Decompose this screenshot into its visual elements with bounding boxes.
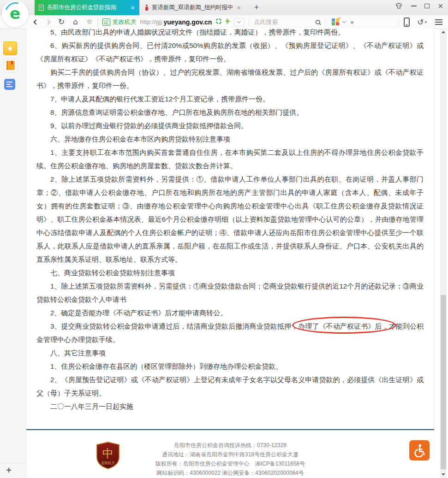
- circled-text: 办理了《不动产权证书》后，: [298, 322, 388, 330]
- undo-icon[interactable]: ↺: [417, 18, 424, 27]
- hotline-line: 岳阳市住房公积金咨询投诉热线：0730-12329: [26, 441, 434, 450]
- chevron-down-icon: [237, 19, 241, 23]
- recycle-icon[interactable]: [215, 18, 222, 26]
- section-heading: 八、其它注意事项: [36, 346, 424, 360]
- site-code-line: 网站标识码：4306000022 湘公网安备：43060202000064号: [26, 468, 434, 478]
- paragraph: 1、除上述第五项贷款所需资料外，另需提供：①商业贷款借款合同；②商业贷款银行提供…: [36, 279, 424, 306]
- paragraph: 9、以前办理过商业银行贷款的必须提供商业贷款抵押借款合同。: [36, 119, 424, 132]
- badge-emblem: 中: [102, 447, 113, 460]
- refresh-icon[interactable]: ↻: [58, 18, 65, 26]
- notes-document-button[interactable]: [4, 79, 15, 90]
- scroll-up-arrow[interactable]: [442, 31, 445, 33]
- separator: [399, 18, 399, 26]
- tab-close-icon[interactable]: ×: [236, 4, 241, 11]
- page-footer: 中 党政机关 岳阳市住房公积金咨询投诉热线：0730-12329 通讯地址：湖南…: [26, 429, 434, 478]
- search-icon[interactable]: [316, 20, 320, 24]
- phone-icon[interactable]: [404, 18, 410, 27]
- separator: [97, 18, 98, 26]
- url-dropdown[interactable]: [234, 18, 244, 26]
- logo-e: e: [10, 4, 20, 23]
- url-scheme[interactable]: http://gjj.: [140, 18, 164, 25]
- gov-shield-badge-icon[interactable]: 中 党政机关: [95, 441, 121, 472]
- tab-news[interactable]: 英语新闻_双语新闻_纽约时报中文 ×: [140, 0, 245, 15]
- chevron-down-icon[interactable]: [342, 19, 346, 23]
- circled-before: 3、提交商业贷款转公积金贷款申请通过后，结清商业贷款后撤消商业贷款抵押，: [50, 322, 298, 330]
- paragraph: 2、确定是否能办理《不动产权证书》后才能申请商转公。: [36, 306, 424, 319]
- tab-bar: 岳阳市住房公积金贷款指南 × 英语新闻_双语新闻_纽约时报中文 × + × e: [0, 0, 448, 15]
- web-page-content: 5、由民政部门出具的申请人婚姻状况证明文件（指结婚证，离婚证），携带原件，复印件…: [26, 29, 434, 478]
- favorites-star-button[interactable]: ★: [3, 41, 17, 55]
- browser-logo[interactable]: e: [2, 0, 29, 27]
- section-heading: 七、商业贷款转公积金贷款特别注意事项: [36, 266, 424, 279]
- minimize-icon[interactable]: [411, 6, 417, 6]
- more-tools[interactable]: »: [350, 18, 354, 26]
- home-icon[interactable]: ⌂: [73, 18, 78, 26]
- paragraph: 2、除上述第五项贷款所需资料外，另需提供：①、借款申请人工作单位人事部门出具的在…: [36, 172, 424, 266]
- scrollbar-thumb[interactable]: [441, 295, 446, 469]
- paragraph: 6、购买新房的提供购房合同、已付清20%或50%购房款的发票（收据）、《预购房屋…: [36, 39, 424, 65]
- browser-toolbar: ↻ ⌂ ☆ 证 党政机关 http://gjj. yueyang.gov.cn …: [0, 15, 448, 29]
- paragraph-with-annotation: 3、提交商业贷款转公积金贷款申请通过后，结清商业贷款后撤消商业贷款抵押，办理了《…: [36, 319, 424, 346]
- paragraph: 2、《房屋预告登记证明》或《不动产权证明》上登记有未成年子女名字以父母名义申请贷…: [36, 373, 424, 400]
- plus-badge: +: [338, 16, 341, 21]
- document-icon: [39, 5, 44, 11]
- ribbon-icon: [11, 61, 13, 65]
- red-person-icon: [144, 5, 149, 11]
- effective-date: 二〇一八年三月一日起实施: [36, 400, 424, 413]
- favorite-star-icon[interactable]: ☆: [86, 18, 92, 25]
- article-body: 5、由民政部门出具的申请人婚姻状况证明文件（指结婚证，离婚证），携带原件，复印件…: [26, 29, 434, 413]
- skin-icon[interactable]: [394, 2, 403, 9]
- accessibility-button[interactable]: [409, 440, 430, 460]
- tab-title: 英语新闻_双语新闻_纽约时报中文: [152, 4, 233, 12]
- divider: [0, 463, 26, 463]
- footer-info: 岳阳市住房公积金咨询投诉热线：0730-12329 通讯地址：湖南省岳阳市金鹗中…: [26, 430, 434, 478]
- new-tab-button[interactable]: +: [251, 2, 262, 12]
- paragraph: 1、主要支持职工在本市范围内购买首套普通自住住房，在本市购买第二套及以上住房的不…: [36, 146, 424, 172]
- bookmark-book-button[interactable]: [4, 59, 18, 72]
- url-domain[interactable]: yueyang.gov.cn: [164, 18, 212, 26]
- maximize-icon[interactable]: [424, 4, 430, 8]
- section-heading: 六、异地缴存住房公积金在本市区内购房贷款特别注意事项: [36, 132, 424, 146]
- paragraph: 购买二手房的提供购房合同（协议）、过户的完税发票、湖南省增值税发票、过户后的《房…: [36, 65, 424, 92]
- address-line: 通讯地址：湖南省岳阳市金鹗中路318号住房公积金大厦: [26, 450, 434, 459]
- book-icon: [6, 61, 15, 70]
- apps-grid-icon[interactable]: +: [332, 18, 339, 26]
- tab-title: 岳阳市住房公积金贷款指南: [47, 4, 127, 12]
- cert-badge: 证: [102, 18, 110, 26]
- separator: [325, 18, 325, 26]
- window-controls: ×: [394, 2, 443, 9]
- paragraph: 1、住房公积金缴存在县区的（楼区管理部除外）到缴存地办理公积金贷款。: [36, 360, 424, 373]
- site-type-label: 党政机关: [113, 18, 137, 26]
- toolbar-right-group: ↺ ▾: [394, 18, 442, 27]
- forward-icon[interactable]: [45, 19, 50, 24]
- paragraph: 7、申请人及其配偶的银行代发工资近12个月工资记录，携带原件一份。: [36, 92, 424, 106]
- menu-icon[interactable]: [435, 19, 442, 25]
- caret-down-icon[interactable]: ▾: [424, 20, 427, 24]
- sidebar-add-button[interactable]: +: [4, 465, 14, 475]
- paragraph: 5、由民政部门出具的申请人婚姻状况证明文件（指结婚证，离婚证），携带原件，复印件…: [36, 29, 424, 39]
- red-circle-annotation: 办理了《不动产权证书》后，: [298, 322, 388, 330]
- tab-active-gjj[interactable]: 岳阳市住房公积金贷款指南 ×: [35, 0, 139, 15]
- badge-label: 党政机关: [101, 461, 115, 465]
- paragraph: 8、房源信息查询证明需公积金缴存地、户口所在地及购房所在地的相关部门提供。: [36, 106, 424, 119]
- separator: [249, 18, 249, 26]
- back-icon[interactable]: [33, 19, 38, 24]
- wheelchair-icon: [412, 443, 426, 457]
- scroll-down-arrow[interactable]: [442, 473, 445, 476]
- side-panel: ★ +: [0, 29, 26, 478]
- search-input[interactable]: [254, 18, 313, 25]
- vertical-scrollbar[interactable]: [440, 29, 447, 478]
- tab-close-icon[interactable]: ×: [130, 4, 135, 11]
- lightning-icon[interactable]: [225, 18, 230, 27]
- copyright-line: 版权所有：岳阳市住房公积金管理中心 湘ICP备13011658号: [26, 459, 434, 468]
- close-icon[interactable]: ×: [437, 3, 443, 9]
